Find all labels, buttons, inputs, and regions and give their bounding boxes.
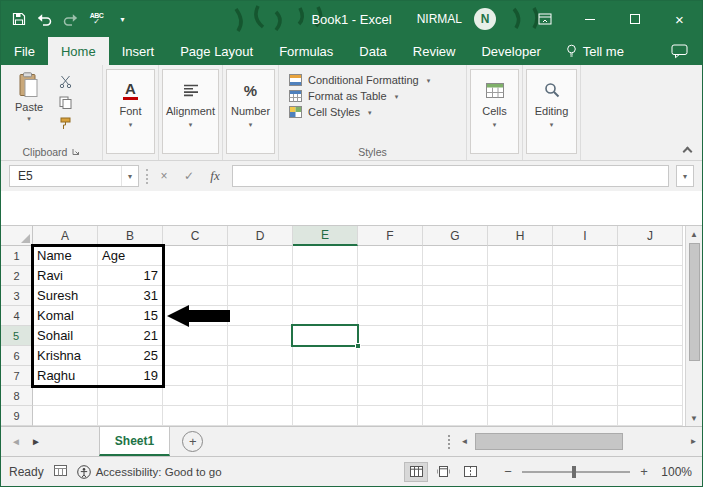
zoom-slider[interactable]	[522, 465, 630, 479]
name-box-dropdown-icon[interactable]: ▾	[121, 166, 138, 186]
tab-review[interactable]: Review	[400, 37, 469, 65]
cell-B9[interactable]	[98, 406, 163, 426]
format-as-table-button[interactable]: Format as Table ▾	[289, 90, 458, 102]
cell-A4[interactable]: Komal	[33, 306, 98, 326]
row-header-6[interactable]: 6	[1, 346, 33, 366]
vertical-scrollbar[interactable]: ▲ ▼	[685, 226, 702, 426]
cell-F1[interactable]	[358, 246, 423, 266]
column-header-F[interactable]: F	[358, 226, 423, 246]
cell-D8[interactable]	[228, 386, 293, 406]
cell-B1[interactable]: Age	[98, 246, 163, 266]
cell-E4[interactable]	[293, 306, 358, 326]
cell-F6[interactable]	[358, 346, 423, 366]
zoom-level[interactable]: 100%	[658, 465, 694, 479]
cells-group-button[interactable]: Cells ▾	[470, 69, 519, 154]
alignment-group-button[interactable]: Alignment ▾	[162, 69, 219, 154]
horizontal-scrollbar-thumb[interactable]	[475, 433, 623, 450]
cell-D3[interactable]	[228, 286, 293, 306]
zoom-out-icon[interactable]: −	[502, 464, 514, 479]
cell-A3[interactable]: Suresh	[33, 286, 98, 306]
cell-I5[interactable]	[553, 326, 618, 346]
cell-styles-button[interactable]: Cell Styles ▾	[289, 106, 458, 118]
column-header-C[interactable]: C	[163, 226, 228, 246]
column-header-B[interactable]: B	[98, 226, 163, 246]
row-header-9[interactable]: 9	[1, 406, 33, 426]
cell-H2[interactable]	[488, 266, 553, 286]
page-break-preview-icon[interactable]	[458, 462, 482, 482]
comment-icon[interactable]	[657, 37, 702, 65]
cell-H4[interactable]	[488, 306, 553, 326]
scroll-left-icon[interactable]: ◄	[456, 427, 473, 456]
user-name[interactable]: NIRMAL	[417, 12, 462, 26]
cell-E3[interactable]	[293, 286, 358, 306]
minimize-button[interactable]	[567, 1, 612, 37]
cell-A6[interactable]: Krishna	[33, 346, 98, 366]
cell-F3[interactable]	[358, 286, 423, 306]
horizontal-scrollbar[interactable]	[473, 427, 685, 456]
zoom-slider-thumb[interactable]	[572, 466, 576, 478]
tab-developer[interactable]: Developer	[468, 37, 553, 65]
copy-icon[interactable]	[59, 96, 74, 109]
zoom-in-icon[interactable]: +	[638, 464, 650, 479]
cell-H9[interactable]	[488, 406, 553, 426]
cut-icon[interactable]	[59, 75, 74, 88]
cell-A2[interactable]: Ravi	[33, 266, 98, 286]
cell-C6[interactable]	[163, 346, 228, 366]
cell-C9[interactable]	[163, 406, 228, 426]
cell-E6[interactable]	[293, 346, 358, 366]
cell-D7[interactable]	[228, 366, 293, 386]
format-painter-icon[interactable]	[59, 117, 74, 130]
cell-B7[interactable]: 19	[98, 366, 163, 386]
editing-group-button[interactable]: Editing ▾	[526, 69, 577, 154]
row-header-2[interactable]: 2	[1, 266, 33, 286]
save-icon[interactable]	[11, 10, 26, 28]
cell-D1[interactable]	[228, 246, 293, 266]
cell-G6[interactable]	[423, 346, 488, 366]
cell-F8[interactable]	[358, 386, 423, 406]
cell-A7[interactable]: Raghu	[33, 366, 98, 386]
cell-G9[interactable]	[423, 406, 488, 426]
cell-B6[interactable]: 25	[98, 346, 163, 366]
tell-me-box[interactable]: Tell me	[554, 37, 636, 65]
cell-I7[interactable]	[553, 366, 618, 386]
cell-H3[interactable]	[488, 286, 553, 306]
cell-C1[interactable]	[163, 246, 228, 266]
cell-F7[interactable]	[358, 366, 423, 386]
close-button[interactable]: ×	[657, 1, 702, 37]
cell-B5[interactable]: 21	[98, 326, 163, 346]
undo-icon[interactable]	[37, 10, 52, 28]
cell-I9[interactable]	[553, 406, 618, 426]
cell-A8[interactable]	[33, 386, 98, 406]
fill-handle[interactable]	[355, 343, 361, 349]
new-sheet-button[interactable]: +	[182, 431, 203, 452]
cell-A1[interactable]: Name	[33, 246, 98, 266]
cell-J9[interactable]	[618, 406, 683, 426]
cell-E9[interactable]	[293, 406, 358, 426]
cell-H8[interactable]	[488, 386, 553, 406]
row-header-8[interactable]: 8	[1, 386, 33, 406]
cell-I1[interactable]	[553, 246, 618, 266]
scroll-up-icon[interactable]: ▲	[686, 226, 702, 242]
scroll-down-icon[interactable]: ▼	[686, 410, 702, 426]
cell-E7[interactable]	[293, 366, 358, 386]
column-header-A[interactable]: A	[33, 226, 98, 246]
cell-H6[interactable]	[488, 346, 553, 366]
cell-B2[interactable]: 17	[98, 266, 163, 286]
cell-G3[interactable]	[423, 286, 488, 306]
tab-splitter-handle[interactable]	[448, 435, 450, 449]
row-header-4[interactable]: 4	[1, 306, 33, 326]
page-layout-view-icon[interactable]	[431, 462, 455, 482]
tab-insert[interactable]: Insert	[109, 37, 168, 65]
row-header-1[interactable]: 1	[1, 246, 33, 266]
name-box[interactable]: E5 ▾	[9, 165, 139, 187]
cell-C7[interactable]	[163, 366, 228, 386]
paste-dropdown-icon[interactable]: ▾	[27, 115, 31, 122]
cell-J7[interactable]	[618, 366, 683, 386]
cell-D4[interactable]	[228, 306, 293, 326]
cell-H5[interactable]	[488, 326, 553, 346]
cell-G8[interactable]	[423, 386, 488, 406]
cell-B4[interactable]: 15	[98, 306, 163, 326]
customize-quick-access-icon[interactable]: ▾	[115, 10, 130, 28]
cell-H7[interactable]	[488, 366, 553, 386]
ribbon-display-options-icon[interactable]	[522, 1, 567, 37]
